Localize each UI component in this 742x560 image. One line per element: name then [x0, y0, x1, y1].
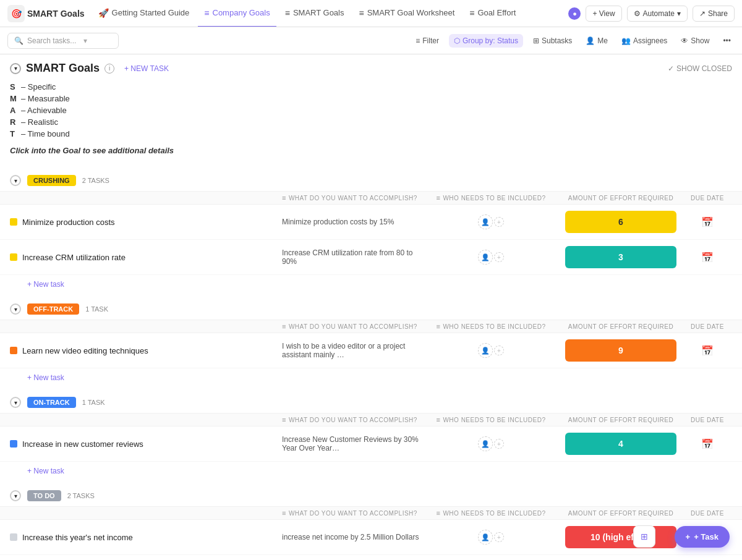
avatar-placeholder: 👤 — [478, 214, 493, 229]
col-due: Due Date — [683, 509, 732, 517]
col-due-label: Due Date — [691, 323, 724, 330]
assignees-icon: 👥 — [621, 36, 631, 45]
me-label: Me — [597, 36, 608, 45]
tab-smart-goals[interactable]: ≡ SMART Goals — [279, 0, 351, 27]
group-toggle-crushing[interactable]: ▾ — [10, 175, 21, 186]
who-cell: 👤 + — [423, 214, 559, 229]
tab-getting-started[interactable]: 🚀 Getting Started Guide — [92, 0, 196, 27]
new-task-row[interactable]: + New task — [0, 368, 742, 387]
group-crushing: ▾ CRUSHING 2 TASKS ≡ What do you want to… — [0, 170, 742, 294]
table-row[interactable]: Increase in new customer reviews Increas… — [0, 426, 742, 462]
show-closed-button[interactable]: ✓ SHOW CLOSED — [668, 64, 732, 73]
grid-view-button[interactable]: ⊞ — [633, 525, 655, 548]
smart-text-r: – Realistic — [21, 117, 58, 127]
automate-label: Automate — [643, 9, 675, 18]
nav-circle-icon: ● — [568, 7, 581, 20]
avatar-group: 👤 + — [478, 436, 504, 451]
tab-goal-effort[interactable]: ≡ Goal Effort — [463, 0, 522, 27]
calendar-icon[interactable]: 📅 — [701, 216, 714, 228]
task-status-dot — [10, 533, 17, 541]
tab-goal-effort-icon: ≡ — [469, 8, 474, 18]
show-button[interactable]: 👁 Show — [677, 34, 713, 48]
info-icon[interactable]: i — [104, 64, 114, 74]
toolbar-right: ≡ Filter ⬡ Group by: Status ⊞ Subtasks 👤… — [412, 34, 735, 48]
col-due-label: Due Date — [691, 417, 724, 423]
tab-smart-goals-icon: ≡ — [285, 8, 290, 18]
task-count-to-do: 2 TASKS — [67, 492, 95, 499]
who-cell: 👤 + — [423, 530, 559, 545]
new-task-row[interactable]: + New task — [0, 462, 742, 480]
view-button[interactable]: + View — [586, 6, 621, 22]
col-task — [10, 509, 282, 517]
show-label: Show — [691, 36, 709, 45]
calendar-icon[interactable]: 📅 — [701, 438, 714, 450]
add-avatar-button[interactable]: + — [494, 252, 504, 262]
add-avatar-button[interactable]: + — [494, 217, 504, 227]
col-effort: Amount of Effort Required — [559, 323, 683, 330]
calendar-icon[interactable]: 📅 — [701, 345, 714, 357]
section-title-area: ▾ SMART Goals i + NEW TASK — [10, 62, 174, 75]
col-accomplish: ≡ What do you want to accomplish? — [282, 194, 423, 202]
group-toggle-on-track[interactable]: ▾ — [10, 397, 21, 408]
table-row[interactable]: Reduce production idle time Reduce produ… — [0, 555, 742, 560]
task-name: Increase CRM utilization rate — [22, 253, 126, 262]
table-row[interactable]: Minimize production costs Minimize produ… — [0, 205, 742, 240]
smart-t: T – Time bound — [10, 129, 732, 138]
new-task-row[interactable]: + New task — [0, 275, 742, 294]
smart-text-t: – Time bound — [21, 129, 70, 138]
col-accomplish-label: What do you want to accomplish? — [289, 323, 417, 330]
col-effort-label: Amount of Effort Required — [568, 323, 673, 330]
col-due: Due Date — [683, 416, 732, 423]
subtasks-icon: ⊞ — [533, 36, 539, 45]
add-task-button[interactable]: + + Task — [675, 526, 730, 548]
more-button[interactable]: ••• — [719, 34, 735, 48]
me-button[interactable]: 👤 Me — [582, 34, 612, 48]
table-row[interactable]: Increase this year's net income increase… — [0, 520, 742, 555]
search-bar[interactable]: 🔍 Search tasks... ▾ — [7, 33, 119, 49]
app-title: SMART Goals — [27, 9, 85, 19]
groups-container: ▾ CRUSHING 2 TASKS ≡ What do you want to… — [0, 170, 742, 560]
group-toggle-off-track[interactable]: ▾ — [10, 303, 21, 315]
group-by-button[interactable]: ⬡ Group by: Status — [449, 34, 523, 48]
section-toggle[interactable]: ▾ — [10, 63, 21, 74]
table-row[interactable]: Learn new video editing techniques I wis… — [0, 333, 742, 368]
share-icon: ↗ — [699, 9, 706, 18]
task-name-cell: Increase this year's net income — [10, 533, 282, 542]
group-header-off-track: ▾ OFF-TRACK 1 TASK — [0, 299, 742, 320]
tab-company-goals[interactable]: ≡ Company Goals — [198, 0, 276, 27]
smart-a: A – Achievable — [10, 106, 732, 115]
col-due: Due Date — [683, 323, 732, 330]
table-row[interactable]: Increase CRM utilization rate Increase C… — [0, 240, 742, 275]
calendar-icon[interactable]: 📅 — [701, 252, 714, 263]
col-task — [10, 416, 282, 423]
col-who: ≡ Who needs to be included? — [423, 194, 559, 202]
group-header-crushing: ▾ CRUSHING 2 TASKS — [0, 170, 742, 191]
add-avatar-button[interactable]: + — [494, 439, 504, 449]
task-name: Increase in new customer reviews — [22, 439, 143, 449]
col-accomplish: ≡ What do you want to accomplish? — [282, 323, 423, 330]
col-who-icon: ≡ — [437, 194, 441, 202]
add-avatar-button[interactable]: + — [494, 346, 504, 355]
avatar-group: 👤 + — [478, 250, 504, 265]
group-off-track: ▾ OFF-TRACK 1 TASK ≡ What do you want to… — [0, 299, 742, 387]
smart-s: S – Specific — [10, 82, 732, 91]
col-accomplish-icon: ≡ — [282, 323, 286, 330]
subtasks-button[interactable]: ⊞ Subtasks — [529, 34, 576, 48]
group-on-track: ▾ ON-TRACK 1 TASK ≡ What do you want to … — [0, 392, 742, 480]
automate-button[interactable]: ⚙ Automate ▾ — [627, 6, 688, 22]
col-who-label: Who needs to be included? — [443, 510, 545, 517]
smart-text-m: – Measurable — [21, 94, 70, 103]
add-avatar-button[interactable]: + — [494, 532, 504, 542]
group-toggle-to-do[interactable]: ▾ — [10, 490, 21, 501]
tab-smart-goal-worksheet[interactable]: ≡ SMART Goal Worksheet — [353, 0, 461, 27]
assignees-button[interactable]: 👥 Assignees — [618, 34, 671, 48]
task-status-dot — [10, 253, 17, 261]
effort-bar: 3 — [565, 246, 676, 268]
due-cell: 📅 — [683, 345, 732, 357]
col-task — [10, 194, 282, 202]
col-effort-label: Amount of Effort Required — [568, 510, 673, 517]
share-button[interactable]: ↗ Share — [693, 6, 735, 22]
filter-button[interactable]: ≡ Filter — [412, 34, 443, 48]
new-task-button[interactable]: + NEW TASK — [119, 62, 174, 75]
col-accomplish: ≡ What do you want to accomplish? — [282, 416, 423, 423]
